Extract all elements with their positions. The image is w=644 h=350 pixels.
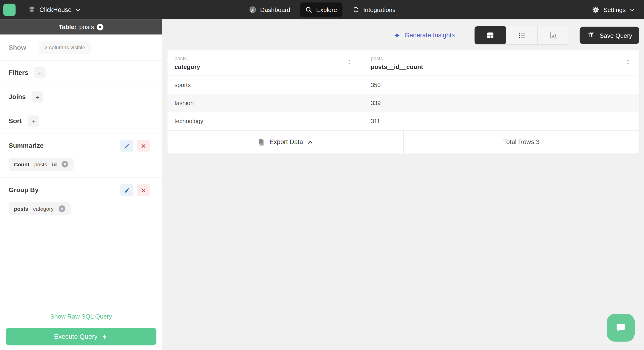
table-view-icon bbox=[485, 31, 495, 40]
show-label: Show bbox=[9, 44, 26, 51]
sidebar-footer: Show Raw SQL Query Execute Query bbox=[0, 313, 162, 350]
x-icon bbox=[141, 143, 146, 148]
total-rows: Total Rows:3 bbox=[404, 131, 639, 154]
export-data-label: Export Data bbox=[270, 138, 303, 146]
edit-group-by-button[interactable] bbox=[120, 184, 134, 196]
query-builder-sidebar: Table: posts Show 2 columns visible Filt… bbox=[0, 19, 162, 350]
nav-item-label: Dashboard bbox=[260, 6, 290, 13]
summarize-chips: Count posts id bbox=[0, 154, 162, 178]
gauge-icon bbox=[248, 6, 256, 14]
chevron-down-icon bbox=[630, 7, 635, 13]
settings-menu[interactable]: Settings bbox=[592, 0, 635, 19]
chip-aggregate: Count bbox=[14, 161, 30, 167]
column-group: posts bbox=[174, 56, 357, 62]
column-header-category[interactable]: posts category bbox=[168, 50, 364, 76]
generate-insights-label: Generate Insights bbox=[404, 32, 455, 39]
columns-visible-button[interactable]: 2 columns visible bbox=[39, 40, 90, 54]
filter-funnel-icon bbox=[586, 31, 596, 40]
brand-label: ClickHouse bbox=[40, 6, 72, 13]
list-view-button[interactable] bbox=[506, 26, 537, 44]
chat-widget-button[interactable] bbox=[607, 314, 634, 342]
column-name: posts__id__count bbox=[371, 63, 632, 70]
list-view-icon bbox=[517, 31, 526, 40]
table-cell: technology bbox=[168, 118, 364, 124]
bar-chart-icon bbox=[548, 31, 558, 40]
summarize-chip: Count posts id bbox=[9, 158, 74, 171]
chip-table: posts bbox=[14, 206, 28, 212]
chevron-up-icon bbox=[307, 139, 313, 145]
pencil-icon bbox=[124, 187, 130, 193]
execute-query-button[interactable]: Execute Query bbox=[6, 328, 156, 345]
group-by-chip: posts category bbox=[9, 202, 70, 215]
remove-chip-icon[interactable] bbox=[59, 205, 65, 212]
remove-group-by-button[interactable] bbox=[137, 184, 150, 196]
save-query-button[interactable]: Save Query bbox=[580, 27, 639, 44]
nav-item-integrations[interactable]: Integrations bbox=[346, 2, 401, 17]
column-name: category bbox=[174, 63, 357, 70]
add-filter-button[interactable]: + bbox=[34, 67, 46, 78]
results-area: Generate Insights bbox=[162, 19, 644, 350]
remove-chip-icon[interactable] bbox=[62, 161, 68, 168]
filters-label: Filters bbox=[9, 69, 28, 76]
sort-icon[interactable] bbox=[625, 59, 631, 67]
table-view-button[interactable] bbox=[474, 26, 506, 45]
add-sort-button[interactable]: + bbox=[28, 116, 39, 127]
nav-item-dashboard[interactable]: Dashboard bbox=[243, 2, 296, 17]
results-card: posts category posts posts__id__count bbox=[168, 50, 639, 154]
summarize-section-header: Summarize bbox=[0, 134, 162, 154]
show-raw-sql-link[interactable]: Show Raw SQL Query bbox=[50, 313, 112, 320]
brand-menu[interactable]: ClickHouse bbox=[3, 4, 81, 16]
results-toolbar: Generate Insights bbox=[168, 26, 639, 45]
lightning-icon bbox=[102, 333, 108, 340]
nav-item-explore[interactable]: Explore bbox=[300, 2, 342, 17]
table-cell: fashion bbox=[168, 100, 364, 106]
chip-column: id bbox=[52, 161, 57, 167]
table-bar-prefix: Table: bbox=[59, 24, 76, 30]
table-row: sports350 bbox=[168, 76, 639, 94]
group-by-chips: posts category bbox=[0, 199, 162, 222]
sparkle-icon bbox=[394, 32, 401, 39]
table-cell: 339 bbox=[364, 100, 639, 106]
table-header: posts category posts posts__id__count bbox=[168, 50, 639, 76]
filters-section: Filters + bbox=[0, 61, 162, 85]
group-by-label: Group By bbox=[9, 186, 39, 194]
csv-file-icon: csv bbox=[257, 138, 265, 146]
export-data-button[interactable]: csv Export Data bbox=[168, 131, 404, 154]
app-logo-icon bbox=[3, 4, 16, 16]
app: ClickHouse Dashboard bbox=[0, 0, 644, 350]
sort-icon[interactable] bbox=[346, 59, 352, 67]
add-join-button[interactable]: + bbox=[32, 91, 43, 103]
chat-bubble-icon bbox=[614, 321, 628, 334]
settings-label: Settings bbox=[604, 6, 626, 13]
generate-insights-link[interactable]: Generate Insights bbox=[394, 32, 455, 39]
table-row: technology311 bbox=[168, 112, 639, 130]
joins-section: Joins + bbox=[0, 85, 162, 109]
chevron-down-icon bbox=[75, 7, 81, 13]
remove-summarize-button[interactable] bbox=[137, 140, 150, 152]
execute-query-label: Execute Query bbox=[54, 333, 97, 340]
column-header-count[interactable]: posts posts__id__count bbox=[364, 50, 639, 76]
edit-summarize-button[interactable] bbox=[120, 140, 134, 152]
top-nav: ClickHouse Dashboard bbox=[0, 0, 644, 19]
search-icon bbox=[305, 6, 312, 13]
table-cell: sports bbox=[168, 82, 364, 88]
save-query-label: Save Query bbox=[600, 32, 632, 39]
view-toggle bbox=[474, 26, 569, 45]
database-icon bbox=[28, 6, 36, 14]
svg-text:csv: csv bbox=[259, 143, 263, 145]
joins-label: Joins bbox=[9, 93, 26, 101]
table-footer: csv Export Data Total Rows:3 bbox=[168, 130, 639, 154]
chip-column: category bbox=[33, 206, 54, 212]
nav-item-label: Integrations bbox=[363, 6, 396, 13]
summarize-label: Summarize bbox=[9, 142, 44, 150]
table-row: fashion339 bbox=[168, 94, 639, 112]
table-bar-name: posts bbox=[79, 24, 94, 30]
column-group: posts bbox=[371, 56, 632, 62]
sort-label: Sort bbox=[9, 118, 22, 125]
group-by-section-header: Group By bbox=[0, 178, 162, 199]
gear-icon bbox=[592, 6, 600, 14]
sort-section: Sort + bbox=[0, 109, 162, 134]
chart-view-button[interactable] bbox=[537, 26, 569, 44]
table-bar: Table: posts bbox=[0, 19, 162, 34]
remove-table-icon[interactable] bbox=[97, 24, 104, 30]
